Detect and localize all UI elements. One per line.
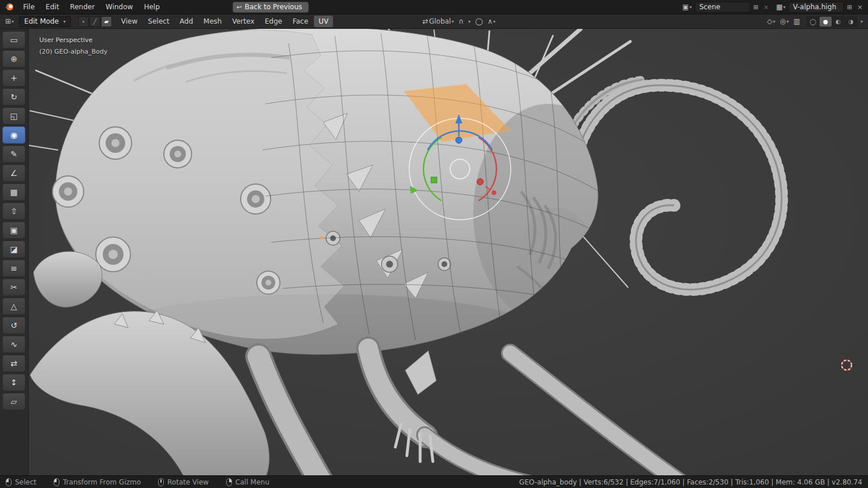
tool-spin[interactable]: ↺ <box>2 317 25 334</box>
gizmo-handle-y[interactable] <box>431 177 437 183</box>
gizmo-center[interactable] <box>450 159 470 179</box>
falloff-icon: ∧ <box>488 17 493 25</box>
snap-toggle-button[interactable]: ∩ <box>457 16 465 27</box>
show-overlays-dropdown[interactable]: ◎ ▾ <box>778 16 791 27</box>
tool-poly-build[interactable]: △ <box>2 298 25 315</box>
tool-annotate[interactable]: ✎ <box>2 145 25 163</box>
blender-logo-icon[interactable] <box>3 2 15 12</box>
menu-edit[interactable]: Edit <box>40 1 64 13</box>
shading-rendered-button[interactable]: ◑ <box>845 17 857 27</box>
shading-wireframe-button[interactable]: ◯ <box>807 17 819 27</box>
menu-file[interactable]: File <box>18 1 40 13</box>
menu-add[interactable]: Add <box>175 16 197 27</box>
tool-add-cube[interactable]: ▦ <box>2 183 25 201</box>
poly-build-icon: △ <box>11 302 17 311</box>
move-icon: + <box>10 73 17 82</box>
remove-view-layer-button[interactable]: × <box>855 3 865 11</box>
face-select-button[interactable]: ▰ <box>101 16 112 27</box>
new-view-layer-button[interactable]: ⊞ <box>845 3 854 11</box>
menu-window[interactable]: Window <box>100 1 138 13</box>
scene-type-icon: ▣ <box>682 3 689 11</box>
tool-scale[interactable]: ◱ <box>2 107 25 125</box>
main-area: ▭ ⊕ + ↻ ◱ ◉ ✎ ∠ ▦ ⇧ ▣ ◪ ≡ ✂ △ ↺ ∿ ⇄ ↕ ▱ <box>0 29 868 475</box>
edge-select-button[interactable]: ╱ <box>89 16 100 27</box>
menu-select[interactable]: Select <box>143 16 174 27</box>
back-label: Back to Previous <box>245 3 302 11</box>
topbar-right: ▣ ▾ Scene ⊞ × ▦ ▾ V-alpha.high ⊞ × <box>680 2 865 13</box>
menu-help[interactable]: Help <box>139 1 164 13</box>
tool-move[interactable]: + <box>2 69 25 87</box>
crater-detail <box>381 256 398 272</box>
menu-mesh[interactable]: Mesh <box>199 16 227 27</box>
view-layer-selector[interactable]: V-alpha.high <box>788 2 844 13</box>
editor-type-icon: ⊞ <box>5 17 11 25</box>
view-layer-type-dropdown[interactable]: ▦ ▾ <box>775 2 787 12</box>
crater-detail <box>326 231 340 245</box>
shading-settings-dropdown[interactable]: ▾ <box>859 18 865 25</box>
crater-detail <box>241 184 271 214</box>
tool-inset-faces[interactable]: ▣ <box>2 222 25 239</box>
new-scene-button[interactable]: ⊞ <box>751 3 761 11</box>
status-bar: Select Transform From Gizmo Rotate View … <box>0 475 868 488</box>
tool-measure[interactable]: ∠ <box>2 164 25 182</box>
view-layer-type-icon: ▦ <box>776 3 783 11</box>
menu-view[interactable]: View <box>117 16 142 27</box>
tool-shrink-fatten[interactable]: ↕ <box>2 374 25 391</box>
keymap-hint: Call Menu <box>226 478 270 486</box>
chevron-down-icon: ▾ <box>860 19 863 24</box>
menu-render[interactable]: Render <box>65 1 100 13</box>
orientation-label: Global <box>429 17 451 25</box>
select-mode-group: ∙ ╱ ▰ <box>78 16 112 27</box>
shear-icon: ▱ <box>11 397 17 406</box>
scene-type-dropdown[interactable]: ▣ ▾ <box>680 2 693 12</box>
crater-detail <box>164 140 192 168</box>
tool-edge-slide[interactable]: ⇄ <box>2 355 25 372</box>
annotate-icon: ✎ <box>10 149 17 159</box>
xray-toggle-button[interactable]: ▥ <box>792 16 802 27</box>
tool-select-box[interactable]: ▭ <box>2 31 25 48</box>
tool-rotate[interactable]: ↻ <box>2 88 25 106</box>
show-gizmos-dropdown[interactable]: ◇ ▾ <box>765 16 777 27</box>
proportional-editing-button[interactable]: ◯ <box>473 16 484 27</box>
scene-group: ▣ ▾ Scene ⊞ × <box>680 2 770 13</box>
back-to-previous-button[interactable]: ↩ Back to Previous <box>233 2 309 13</box>
tool-shear[interactable]: ▱ <box>2 393 25 410</box>
back-icon: ↩ <box>237 3 242 11</box>
scene-name: Scene <box>699 3 721 11</box>
tool-loop-cut[interactable]: ≡ <box>2 260 25 277</box>
orientation-dropdown[interactable]: ⇄ Global ▾ <box>421 16 455 27</box>
viewport-canvas[interactable]: User Perspective (20) GEO-alpha_Body <box>29 29 868 475</box>
menu-vertex[interactable]: Vertex <box>227 16 259 27</box>
gizmo-handle-x[interactable] <box>477 179 484 185</box>
topbar: File Edit Render Window Help ↩ Back to P… <box>0 0 868 14</box>
vertex-select-button[interactable]: ∙ <box>78 16 89 27</box>
transform-icon: ◉ <box>10 130 17 140</box>
shading-material-button[interactable]: ◐ <box>832 17 844 27</box>
viewport-header: ⊞ ▾ Edit Mode ▾ ∙ ╱ ▰ View Select Add Me… <box>0 14 868 29</box>
tool-cursor[interactable]: ⊕ <box>2 50 25 67</box>
scene-selector[interactable]: Scene <box>695 2 750 13</box>
add-cube-icon: ▦ <box>10 187 17 197</box>
tool-transform[interactable]: ◉ <box>2 126 25 144</box>
mouse-right-icon <box>226 478 232 486</box>
tool-knife[interactable]: ✂ <box>2 279 25 296</box>
unlink-scene-button[interactable]: × <box>762 3 771 11</box>
menu-edge[interactable]: Edge <box>260 16 287 27</box>
hint-label: Transform From Gizmo <box>63 478 141 486</box>
menu-uv[interactable]: UV <box>314 16 333 27</box>
shading-solid-button[interactable]: ● <box>820 17 832 27</box>
gizmo-handle-z[interactable] <box>456 137 462 144</box>
chevron-down-icon: ▾ <box>690 5 692 10</box>
tool-bevel[interactable]: ◪ <box>2 241 25 258</box>
editor-type-dropdown[interactable]: ⊞ ▾ <box>3 16 16 27</box>
menu-face[interactable]: Face <box>288 16 313 27</box>
tool-extrude-region[interactable]: ⇧ <box>2 202 25 220</box>
gizmo-pointer-x[interactable] <box>492 190 496 195</box>
proportional-falloff-dropdown[interactable]: ∧ ▾ <box>486 16 497 27</box>
scene-render[interactable] <box>29 29 868 475</box>
tool-smooth[interactable]: ∿ <box>2 336 25 353</box>
select-box-icon: ▭ <box>10 35 17 44</box>
chevron-down-icon: ▾ <box>468 19 470 24</box>
snap-settings-dropdown[interactable]: ▾ <box>466 18 472 25</box>
mode-dropdown[interactable]: Edit Mode ▾ <box>19 16 71 27</box>
